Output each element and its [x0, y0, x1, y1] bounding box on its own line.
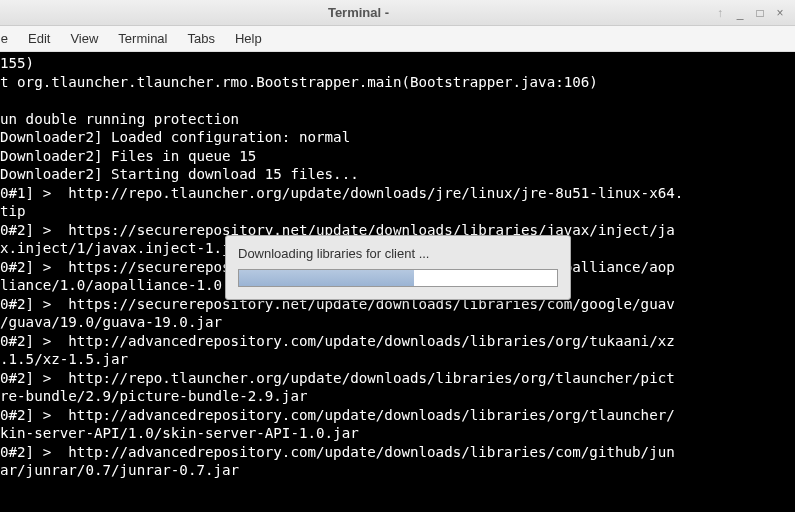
- menu-terminal[interactable]: Terminal: [108, 26, 177, 51]
- progress-bar: [238, 269, 558, 287]
- window-title: Terminal -: [0, 5, 717, 20]
- menubar: e Edit View Terminal Tabs Help: [0, 26, 795, 52]
- window-controls: _ □ ×: [733, 6, 795, 20]
- download-dialog: Downloading libraries for client ...: [225, 235, 571, 300]
- up-arrow-icon[interactable]: ↑: [717, 6, 723, 20]
- menu-file[interactable]: e: [0, 26, 18, 51]
- maximize-button[interactable]: □: [753, 6, 767, 20]
- close-button[interactable]: ×: [773, 6, 787, 20]
- menu-help[interactable]: Help: [225, 26, 272, 51]
- menu-edit[interactable]: Edit: [18, 26, 60, 51]
- progress-bar-fill: [239, 270, 414, 286]
- minimize-button[interactable]: _: [733, 6, 747, 20]
- titlebar: Terminal - ↑ _ □ ×: [0, 0, 795, 26]
- dialog-label: Downloading libraries for client ...: [238, 246, 558, 261]
- menu-view[interactable]: View: [60, 26, 108, 51]
- menu-tabs[interactable]: Tabs: [177, 26, 224, 51]
